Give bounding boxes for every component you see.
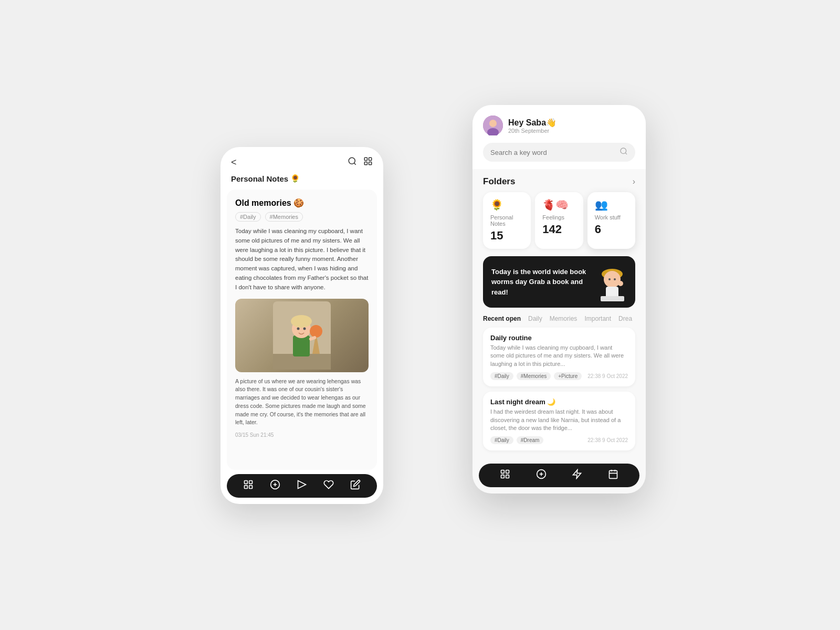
folder-count-feelings: 142	[542, 223, 575, 236]
note-card-0[interactable]: Daily routine Today while I was cleaning…	[483, 328, 635, 386]
nav-add-icon-right[interactable]	[536, 469, 547, 482]
note-card-time-0: 22:38 9 Oct 2022	[587, 373, 628, 379]
svg-rect-39	[506, 475, 509, 478]
tab-memories[interactable]: Memories	[550, 315, 578, 322]
tab-dream[interactable]: Drea	[618, 315, 632, 322]
folder-icon-work: 👥	[595, 198, 628, 211]
banner-text: Today is the world wide book worms day G…	[491, 267, 595, 298]
tag-1-0[interactable]: #Daily	[490, 436, 513, 444]
nav-flash-icon-right[interactable]	[572, 469, 582, 482]
tag-0-0[interactable]: #Daily	[490, 372, 513, 380]
note-card-time-1: 22:38 9 Oct 2022	[587, 437, 628, 443]
svg-rect-8	[293, 335, 310, 356]
tag-0-1[interactable]: #Memories	[517, 372, 551, 380]
folder-count-personal: 15	[490, 229, 523, 243]
folder-card-personal[interactable]: 🌻 Personal Notes 15	[483, 192, 531, 249]
folders-row: 🌻 Personal Notes 15 🫀🧠 Feelings 142 👥 Wo…	[483, 192, 635, 249]
svg-rect-44	[609, 470, 617, 478]
tag-1-1[interactable]: #Dream	[517, 436, 544, 444]
nav-calendar-icon-right[interactable]	[608, 469, 618, 482]
svg-rect-34	[601, 296, 624, 301]
svg-rect-37	[506, 470, 509, 474]
menu-icon[interactable]	[363, 156, 373, 169]
svg-rect-16	[245, 481, 248, 484]
tabs-row: Recent open Daily Memories Important Dre…	[483, 315, 635, 322]
tab-important[interactable]: Important	[584, 315, 611, 322]
folder-name-personal: Personal Notes	[490, 214, 523, 227]
greeting-block: Hey Saba👋 20th September	[508, 118, 556, 134]
main-content-right: Folders › 🌻 Personal Notes 15 🫀🧠 Feeling…	[472, 169, 646, 464]
user-avatar	[483, 116, 503, 135]
svg-rect-2	[364, 158, 367, 160]
note-image	[235, 299, 369, 372]
note-date-stamp: 03/15 Sun 21:45	[235, 432, 369, 438]
note-title-bar: Personal Notes 🌻	[220, 174, 383, 190]
tag-daily[interactable]: #Daily	[235, 212, 261, 222]
note-card-title-1: Last night dream 🌙	[490, 398, 628, 406]
note-body-text: Today while I was cleaning my cupboard, …	[235, 227, 369, 292]
nav-send-icon[interactable]	[297, 479, 307, 492]
tab-recent-open[interactable]: Recent open	[483, 315, 521, 322]
greeting-date: 20th September	[508, 128, 556, 134]
folder-count-work: 6	[595, 223, 628, 236]
search-input[interactable]	[490, 149, 615, 156]
tab-daily[interactable]: Daily	[528, 315, 542, 322]
tag-memories[interactable]: #Memories	[265, 212, 303, 222]
top-icons	[348, 156, 373, 169]
svg-rect-4	[364, 162, 367, 165]
left-phone: < Personal Notes 🌻 Old memories 🍪 #Daily	[220, 147, 383, 504]
note-card-1[interactable]: Last night dream 🌙 I had the weirdest dr…	[483, 392, 635, 450]
svg-marker-23	[298, 481, 306, 489]
svg-point-30	[604, 271, 621, 288]
nav-edit-icon[interactable]	[350, 479, 361, 492]
folder-icon-personal: 🌻	[490, 198, 523, 211]
top-bar-left: <	[220, 147, 383, 174]
search-magnifier-icon	[620, 147, 628, 158]
folder-card-work[interactable]: 👥 Work stuff 6	[587, 192, 635, 249]
nav-grid-icon-right[interactable]	[500, 469, 510, 482]
mascot-figure	[595, 264, 627, 300]
search-icon[interactable]	[348, 156, 357, 169]
folder-card-feelings[interactable]: 🫀🧠 Feelings 142	[535, 192, 583, 249]
svg-line-28	[625, 153, 627, 154]
greeting-name: Hey Saba👋	[508, 118, 556, 128]
note-card-title-0: Daily routine	[490, 334, 628, 342]
folder-name-feelings: Feelings	[542, 214, 575, 220]
folders-header: Folders ›	[483, 169, 635, 192]
svg-rect-38	[501, 475, 505, 478]
svg-rect-3	[369, 158, 372, 160]
nav-add-icon[interactable]	[270, 479, 280, 492]
svg-point-10	[291, 315, 312, 328]
note-title-emoji: 🌻	[290, 174, 300, 183]
svg-rect-17	[249, 481, 253, 484]
svg-point-25	[489, 120, 497, 127]
tag-list: #Daily #Memories	[235, 212, 369, 222]
svg-point-12	[303, 327, 306, 330]
search-bar[interactable]	[483, 143, 635, 162]
note-card-excerpt-0: Today while I was cleaning my cupboard, …	[490, 344, 628, 368]
folder-name-work: Work stuff	[595, 214, 628, 220]
svg-point-0	[349, 158, 355, 164]
tag-0-2[interactable]: +Picture	[554, 372, 582, 380]
bottom-nav-left	[227, 474, 377, 498]
nav-heart-icon[interactable]	[323, 479, 334, 492]
right-header: Hey Saba👋 20th September	[483, 116, 635, 135]
svg-point-31	[608, 278, 611, 280]
svg-point-14	[310, 325, 322, 338]
svg-point-32	[614, 278, 616, 280]
svg-point-11	[297, 327, 300, 330]
folders-title: Folders	[483, 176, 515, 187]
chevron-right-icon[interactable]: ›	[633, 177, 635, 186]
bottom-nav-right	[479, 464, 639, 487]
back-button[interactable]: <	[231, 157, 237, 168]
right-phone: Hey Saba👋 20th September Folders › 🌻 Per…	[472, 105, 646, 494]
svg-marker-43	[573, 470, 581, 479]
top-section-right: Hey Saba👋 20th September	[472, 105, 646, 169]
nav-grid-icon[interactable]	[243, 479, 254, 492]
note-title-text: Personal Notes	[231, 174, 288, 183]
svg-rect-36	[501, 470, 505, 474]
svg-rect-18	[245, 486, 248, 489]
promo-banner: Today is the world wide book worms day G…	[483, 256, 635, 308]
caption-text: A picture of us where we are wearing leh…	[235, 377, 369, 427]
folder-icon-feelings: 🫀🧠	[542, 198, 575, 211]
